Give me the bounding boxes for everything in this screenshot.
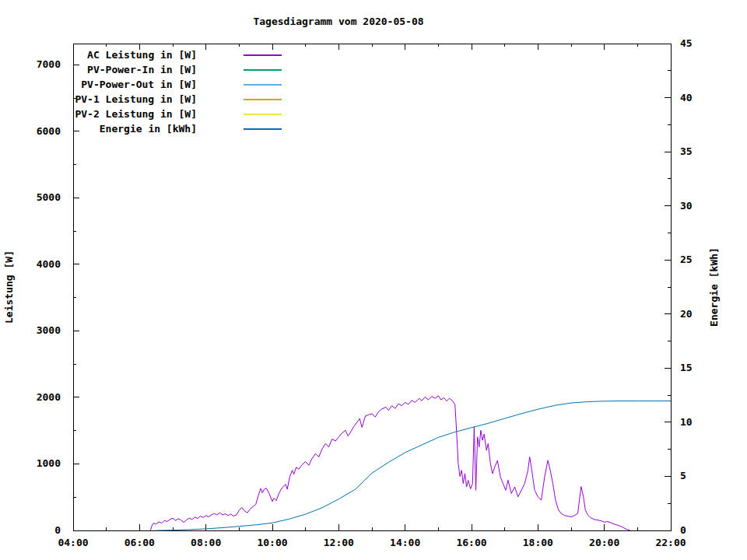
- x-tick-label: 20:00: [589, 537, 619, 548]
- legend-label: PV-2 Leistung in [W]: [75, 108, 197, 120]
- legend: AC Leistung in [W]PV-Power-In in [W]PV-P…: [75, 49, 282, 135]
- x-tick-label: 10:00: [257, 537, 287, 548]
- y-left-tick-label: 5000: [37, 191, 61, 203]
- x-tick-label: 12:00: [324, 537, 354, 548]
- legend-label: Energie in [kWh]: [100, 123, 197, 135]
- y-right-tick-label: 15: [680, 362, 693, 373]
- legend-label: PV-Power-In in [W]: [87, 64, 197, 75]
- y-left-tick-label: 1000: [37, 457, 61, 469]
- legend-label: AC Leistung in [W]: [87, 49, 197, 61]
- gnuplot-daily-diagram: Tagesdiagramm vom 2020-05-08 Leistung [W…: [0, 0, 747, 560]
- y-right-tick-label: 10: [680, 416, 693, 428]
- y-right-tick-label: 45: [680, 37, 693, 49]
- y-right-tick-label: 30: [680, 200, 693, 212]
- x-tick-label: 06:00: [124, 537, 155, 548]
- x-tick-label: 16:00: [456, 537, 486, 548]
- chart-title: Tagesdiagramm vom 2020-05-08: [253, 16, 423, 27]
- y-right-tick-label: 0: [680, 524, 686, 536]
- y-left-axis-label: Leistung [W]: [3, 250, 15, 324]
- y-right-tick-label: 35: [680, 145, 693, 157]
- series-line-ac-leistung-in-w: [150, 396, 630, 530]
- y-right-axis-label: Energie [kWh]: [708, 247, 720, 327]
- y-left-tick-label: 0: [54, 524, 61, 536]
- x-tick-label: 04:00: [58, 537, 88, 548]
- series-line-energie-in-kwh: [156, 401, 671, 531]
- chart-canvas: Tagesdiagramm vom 2020-05-08 Leistung [W…: [0, 0, 747, 560]
- y-left-tick-label: 2000: [37, 391, 61, 403]
- y-right-tick-label: 20: [680, 308, 693, 320]
- y-right-tick-label: 40: [680, 92, 693, 103]
- legend-label: PV-1 Leistung in [W]: [75, 93, 197, 105]
- x-tick-label: 08:00: [191, 537, 221, 548]
- x-tick-label: 14:00: [390, 537, 420, 548]
- y-left-tick-label: 3000: [37, 324, 61, 336]
- y-left-tick-label: 4000: [37, 258, 61, 270]
- y-right-tick-label: 25: [680, 254, 693, 265]
- legend-label: PV-Power-Out in [W]: [81, 79, 197, 90]
- y-left-tick-label: 7000: [37, 58, 61, 70]
- series-lines: [150, 396, 671, 530]
- y-right-tick-label: 5: [680, 470, 686, 481]
- x-tick-label: 18:00: [523, 537, 553, 548]
- y-left-tick-label: 6000: [37, 125, 61, 137]
- x-tick-label: 22:00: [655, 537, 686, 548]
